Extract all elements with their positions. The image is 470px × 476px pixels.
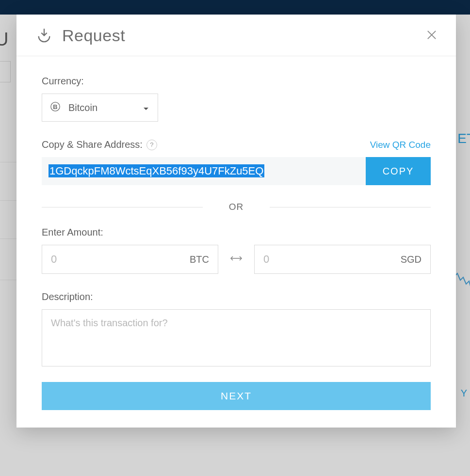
currency-selected-value: Bitcoin <box>68 102 97 113</box>
divider-line <box>42 207 203 207</box>
or-divider: OR <box>42 202 431 212</box>
request-modal: Request Currency: B Bitcoin <box>16 15 456 428</box>
modal-body: Currency: B Bitcoin Copy & Share Address… <box>16 56 456 428</box>
currency-select[interactable]: B Bitcoin <box>42 94 158 122</box>
chevron-down-icon <box>143 102 149 113</box>
amount-input-fiat[interactable]: SGD <box>254 245 431 274</box>
amount-fiat-field[interactable] <box>263 253 401 266</box>
modal-header: Request <box>16 15 456 56</box>
bitcoin-icon: B <box>50 101 61 114</box>
amount-crypto-unit: BTC <box>190 254 209 265</box>
address-label-text: Copy & Share Address: <box>42 139 143 150</box>
view-qr-link[interactable]: View QR Code <box>370 140 431 150</box>
description-box[interactable] <box>42 309 431 366</box>
copy-button[interactable]: COPY <box>366 157 431 185</box>
description-label: Description: <box>42 291 431 302</box>
close-icon <box>425 28 438 42</box>
swap-icon[interactable] <box>230 253 243 266</box>
divider-line <box>270 207 431 207</box>
app-top-bar <box>0 0 470 15</box>
amount-label: Enter Amount: <box>42 227 431 238</box>
modal-title: Request <box>62 26 125 45</box>
address-label: Copy & Share Address: ? <box>42 139 157 150</box>
request-receive-icon <box>36 27 52 45</box>
currency-label: Currency: <box>42 76 431 87</box>
close-button[interactable] <box>425 28 438 44</box>
divider-text: OR <box>203 202 270 212</box>
amount-fiat-unit: SGD <box>401 254 421 265</box>
help-icon[interactable]: ? <box>146 140 157 150</box>
next-button[interactable]: NEXT <box>42 382 431 410</box>
amount-input-crypto[interactable]: BTC <box>42 245 218 274</box>
svg-text:B: B <box>53 103 57 110</box>
address-value: 1GDqckpFM8WctsEqXB56f93y4U7FkZu5EQ <box>49 164 264 177</box>
description-field[interactable] <box>51 317 421 358</box>
amount-crypto-field[interactable] <box>51 253 190 266</box>
address-display[interactable]: 1GDqckpFM8WctsEqXB56f93y4U7FkZu5EQ <box>42 157 366 185</box>
